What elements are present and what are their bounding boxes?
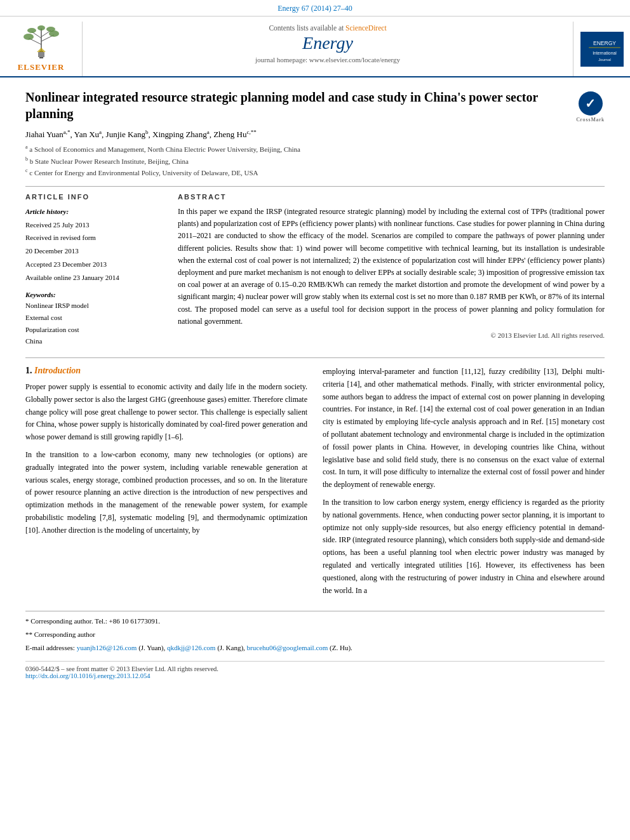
affil-a-sup: a — [25, 144, 28, 150]
article-info-heading: ARTICLE INFO — [25, 193, 165, 201]
article-title: Nonlinear integrated resource strategic … — [25, 89, 566, 122]
sciencedirect-link[interactable]: ScienceDirect — [345, 24, 387, 32]
author-zheng-star: ** — [251, 129, 257, 135]
svg-point-6 — [23, 34, 34, 40]
section-1-subtitle: Introduction — [34, 366, 81, 375]
divider-1 — [25, 186, 605, 187]
author-jiahai-star: * — [67, 129, 70, 135]
footnote-double-star-text: ** Corresponding author — [25, 630, 95, 638]
section-1-title: 1. Introduction — [25, 366, 307, 376]
footnote-star: * Corresponding author. Tel.: +86 10 617… — [25, 615, 605, 627]
journal-title: Energy — [95, 33, 560, 53]
body-left-col: 1. Introduction Proper power supply is e… — [25, 366, 307, 602]
right-para-2: In the transition to low carbon energy s… — [323, 497, 605, 597]
affil-a-text: a School of Economics and Management, No… — [29, 145, 300, 153]
abstract-heading: ABSTRACT — [178, 193, 605, 201]
author-xingping: Xingping Zhang — [152, 130, 207, 139]
main-content: Nonlinear integrated resource strategic … — [0, 77, 630, 692]
affiliation-c: c c Center for Energy and Environmental … — [25, 167, 605, 178]
email3-name: (Z. Hu). — [330, 644, 352, 651]
keywords-heading: Keywords: — [25, 291, 56, 298]
body-two-col: 1. Introduction Proper power supply is e… — [25, 366, 605, 602]
email2-name: (J. Kang), — [217, 644, 245, 651]
author-yanxu: Yan Xu — [74, 130, 100, 139]
email1-name: (J. Yuan) — [138, 644, 163, 651]
affil-b-sup: b — [25, 156, 28, 162]
received-date: Received 25 July 2013 — [25, 219, 165, 231]
issn-line: 0360-5442/$ – see front matter © 2013 El… — [25, 665, 605, 672]
affiliations: a a School of Economics and Management, … — [25, 143, 605, 178]
footnote-double-star: ** Corresponding author — [25, 629, 605, 641]
body-right-col: employing interval-parameter and functio… — [323, 366, 605, 602]
crossmark-circle: ✓ — [579, 91, 603, 116]
email2-address[interactable]: qkdkjj@126.com — [167, 644, 215, 651]
article-info-col: ARTICLE INFO Article history: Received 2… — [25, 193, 165, 347]
energy-logo-box: ENERGY International Journal — [580, 32, 624, 67]
keywords-list: Nonlinear IRSP model External cost Popul… — [25, 300, 165, 347]
footnotes-section: * Corresponding author. Tel.: +86 10 617… — [25, 611, 605, 653]
journal-header: ELSEVIER Contents lists available at Sci… — [0, 17, 630, 77]
keyword-3: Popularization cost — [25, 324, 165, 336]
received-revised-label: Received in revised form — [25, 232, 165, 244]
affil-c-sup: c — [25, 168, 28, 173]
affiliation-a: a a School of Economics and Management, … — [25, 143, 605, 155]
svg-text:Journal: Journal — [598, 57, 611, 61]
history-label: Article history: — [25, 206, 165, 218]
crossmark-badge: ✓ CrossMark — [576, 91, 605, 123]
right-para-1: employing interval-parameter and functio… — [323, 366, 605, 491]
abstract-col: ABSTRACT In this paper we expand the IRS… — [178, 193, 605, 347]
doi-line: http://dx.doi.org/10.1016/j.energy.2013.… — [25, 672, 605, 679]
elsevier-label: ELSEVIER — [18, 62, 65, 72]
author-junjie: Junjie Kang — [106, 130, 145, 139]
energy-logo-icon: ENERGY International Journal — [583, 34, 626, 64]
journal-homepage: journal homepage: www.elsevier.com/locat… — [95, 56, 560, 63]
author-yanxu-sup: a — [99, 129, 102, 135]
svg-point-9 — [46, 27, 55, 32]
svg-text:ENERGY: ENERGY — [593, 40, 615, 46]
author-jiahai: Jiahai Yuan — [25, 130, 64, 139]
svg-text:International: International — [593, 51, 617, 55]
email-label: E-mail addresses: — [25, 644, 75, 651]
affil-b-text: b State Nuclear Power Research Institute… — [30, 157, 189, 164]
crossmark-label: CrossMark — [576, 117, 605, 123]
keyword-4: China — [25, 335, 165, 347]
journal-center-area: Contents lists available at ScienceDirec… — [83, 22, 573, 76]
body-section: 1. Introduction Proper power supply is e… — [25, 357, 605, 679]
authors-line: Jiahai Yuana,*, Yan Xua, Junjie Kangb, X… — [25, 129, 605, 140]
elsevier-logo: ELSEVIER — [18, 25, 65, 72]
top-bar: Energy 67 (2014) 27–40 — [0, 0, 630, 17]
bottom-bar: 0360-5442/$ – see front matter © 2013 El… — [25, 661, 605, 679]
doi-link[interactable]: http://dx.doi.org/10.1016/j.energy.2013.… — [25, 672, 150, 679]
footnote-emails: E-mail addresses: yuanjh126@126.com (J. … — [25, 642, 605, 654]
svg-point-8 — [27, 28, 36, 33]
abstract-text: In this paper we expand the IRSP (integr… — [178, 206, 605, 328]
copyright-line: © 2013 Elsevier Ltd. All rights reserved… — [178, 331, 605, 339]
email3-address[interactable]: brucehu06@googlemail.com — [247, 644, 328, 651]
available-online: Available online 23 January 2014 — [25, 272, 165, 284]
intro-para-2: In the transition to a low-carbon econom… — [25, 449, 307, 537]
article-title-section: Nonlinear integrated resource strategic … — [25, 89, 605, 123]
svg-rect-15 — [589, 47, 620, 48]
keyword-2: External cost — [25, 312, 165, 324]
affiliation-b: b b State Nuclear Power Research Institu… — [25, 156, 605, 167]
contents-text: Contents lists available at — [269, 24, 344, 32]
article-info-abstract: ARTICLE INFO Article history: Received 2… — [25, 193, 605, 347]
keyword-1: Nonlinear IRSP model — [25, 300, 165, 312]
energy-logo-area: ENERGY International Journal — [573, 22, 630, 76]
email1-address[interactable]: yuanjh126@126.com — [77, 644, 137, 651]
footnote-star-text: * Corresponding author. Tel.: +86 10 617… — [25, 617, 160, 625]
author-junjie-sup: b — [145, 129, 149, 135]
journal-citation: Energy 67 (2014) 27–40 — [278, 4, 352, 13]
accepted-date: Accepted 23 December 2013 — [25, 258, 165, 270]
svg-marker-12 — [37, 48, 46, 52]
author-xingping-sup: a — [207, 129, 210, 135]
affil-c-text: c Center for Energy and Environmental Po… — [29, 168, 258, 176]
svg-rect-11 — [38, 52, 44, 57]
contents-line: Contents lists available at ScienceDirec… — [95, 24, 560, 32]
article-history: Article history: Received 25 July 2013 R… — [25, 206, 165, 283]
svg-point-10 — [37, 25, 45, 30]
section-1-number: 1. — [25, 366, 32, 375]
author-zheng: Zheng Hu — [213, 130, 246, 139]
elsevier-logo-area: ELSEVIER — [0, 22, 83, 76]
received-revised-date: 20 December 2013 — [25, 245, 165, 257]
